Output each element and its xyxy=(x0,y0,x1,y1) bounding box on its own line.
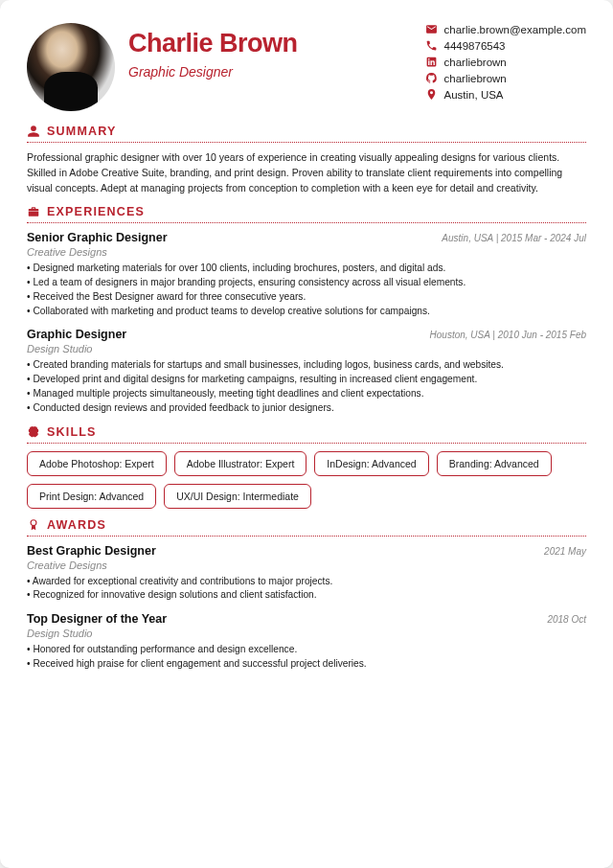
award-bullets: Awarded for exceptional creativity and c… xyxy=(27,575,586,604)
contact-location: Austin, USA xyxy=(425,88,586,101)
section-experiences: Experiences Senior Graphic DesignerAusti… xyxy=(27,205,586,415)
contact-phone: 4449876543 xyxy=(425,39,586,52)
name-column: Charlie Brown Graphic Designer xyxy=(128,23,412,80)
award-bullet: Recognized for innovative design solutio… xyxy=(27,588,586,603)
avatar xyxy=(27,23,115,111)
section-heading-experiences: Experiences xyxy=(27,205,586,223)
experience-bullet: Collaborated with marketing and product … xyxy=(27,305,586,319)
summary-text: Professional graphic designer with over … xyxy=(27,150,586,195)
experience-meta: Houston, USA | 2010 Jun - 2015 Feb xyxy=(430,330,586,340)
person-icon xyxy=(27,125,40,138)
section-heading-skills: Skills xyxy=(27,425,586,444)
experience-bullet: Designed marketing materials for over 10… xyxy=(27,262,586,276)
experience-company: Creative Designs xyxy=(27,246,586,258)
person-name: Charlie Brown xyxy=(128,29,412,58)
brain-icon xyxy=(27,425,40,439)
skill-pill: Branding: Advanced xyxy=(437,451,552,476)
section-heading-skills-label: Skills xyxy=(47,425,97,439)
experience-bullet: Conducted design reviews and provided fe… xyxy=(27,401,586,416)
section-heading-summary-label: Summary xyxy=(47,125,117,138)
experience-bullet: Managed multiple projects simultaneously… xyxy=(27,387,586,401)
section-summary: Summary Professional graphic designer wi… xyxy=(27,125,586,195)
skills-list: Adobe Photoshop: ExpertAdobe Illustrator… xyxy=(27,451,586,509)
job-title: Graphic Designer xyxy=(128,64,412,80)
skill-pill: Adobe Photoshop: Expert xyxy=(27,451,167,476)
skill-pill: InDesign: Advanced xyxy=(314,451,428,476)
contact-linkedin: charliebrown xyxy=(425,56,586,68)
award-bullet: Received high praise for client engageme… xyxy=(27,657,586,672)
header: Charlie Brown Graphic Designer charlie.b… xyxy=(27,23,586,111)
award-item: Top Designer of the Year2018 OctDesign S… xyxy=(27,612,586,672)
experience-bullet: Created branding materials for startups … xyxy=(27,358,586,373)
award-meta: 2018 Oct xyxy=(547,614,586,625)
skill-pill: Print Design: Advanced xyxy=(27,484,156,509)
contact-list: charlie.brown@example.com 4449876543 cha… xyxy=(425,23,586,101)
award-bullets: Honored for outstanding performance and … xyxy=(27,643,586,672)
github-icon xyxy=(425,72,438,84)
skill-pill: UX/UI Design: Intermediate xyxy=(164,484,311,509)
experience-bullet: Received the Best Designer award for thr… xyxy=(27,290,586,305)
skill-pill: Adobe Illustrator: Expert xyxy=(174,451,307,476)
award-meta: 2021 May xyxy=(544,546,586,557)
section-heading-experiences-label: Experiences xyxy=(47,205,145,218)
experience-bullet: Developed print and digital designs for … xyxy=(27,373,586,387)
award-title: Best Graphic Designer xyxy=(27,544,156,558)
experience-item: Graphic DesignerHouston, USA | 2010 Jun … xyxy=(27,328,586,415)
contact-linkedin-text: charliebrown xyxy=(444,57,507,68)
section-heading-awards-label: Awards xyxy=(47,518,106,532)
award-company: Design Studio xyxy=(27,628,586,639)
phone-icon xyxy=(425,39,438,52)
experience-meta: Austin, USA | 2015 Mar - 2024 Jul xyxy=(442,233,586,243)
experience-title: Senior Graphic Designer xyxy=(27,231,168,244)
award-bullet: Awarded for exceptional creativity and c… xyxy=(27,575,586,589)
section-heading-summary: Summary xyxy=(27,125,586,143)
award-company: Creative Designs xyxy=(27,560,586,571)
briefcase-icon xyxy=(27,205,40,218)
section-skills: Skills Adobe Photoshop: ExpertAdobe Illu… xyxy=(27,425,586,509)
email-icon xyxy=(425,23,438,35)
award-item: Best Graphic Designer2021 MayCreative De… xyxy=(27,544,586,604)
experience-item: Senior Graphic DesignerAustin, USA | 201… xyxy=(27,231,586,318)
contact-email: charlie.brown@example.com xyxy=(425,23,586,35)
contact-email-text: charlie.brown@example.com xyxy=(444,24,586,35)
section-awards: Awards Best Graphic Designer2021 MayCrea… xyxy=(27,518,586,672)
contact-location-text: Austin, USA xyxy=(444,89,504,101)
contact-github: charliebrown xyxy=(425,72,586,84)
linkedin-icon xyxy=(425,56,438,68)
contact-github-text: charliebrown xyxy=(444,73,507,84)
experience-bullets: Designed marketing materials for over 10… xyxy=(27,262,586,318)
award-bullet: Honored for outstanding performance and … xyxy=(27,643,586,657)
experience-bullet: Led a team of designers in major brandin… xyxy=(27,276,586,290)
contact-phone-text: 4449876543 xyxy=(444,40,506,52)
experience-company: Design Studio xyxy=(27,343,586,354)
experience-bullets: Created branding materials for startups … xyxy=(27,358,586,415)
award-icon xyxy=(27,518,40,532)
award-title: Top Designer of the Year xyxy=(27,612,167,626)
section-heading-awards: Awards xyxy=(27,518,586,537)
experience-title: Graphic Designer xyxy=(27,328,126,341)
resume-page: Charlie Brown Graphic Designer charlie.b… xyxy=(0,0,613,868)
location-icon xyxy=(425,88,438,101)
